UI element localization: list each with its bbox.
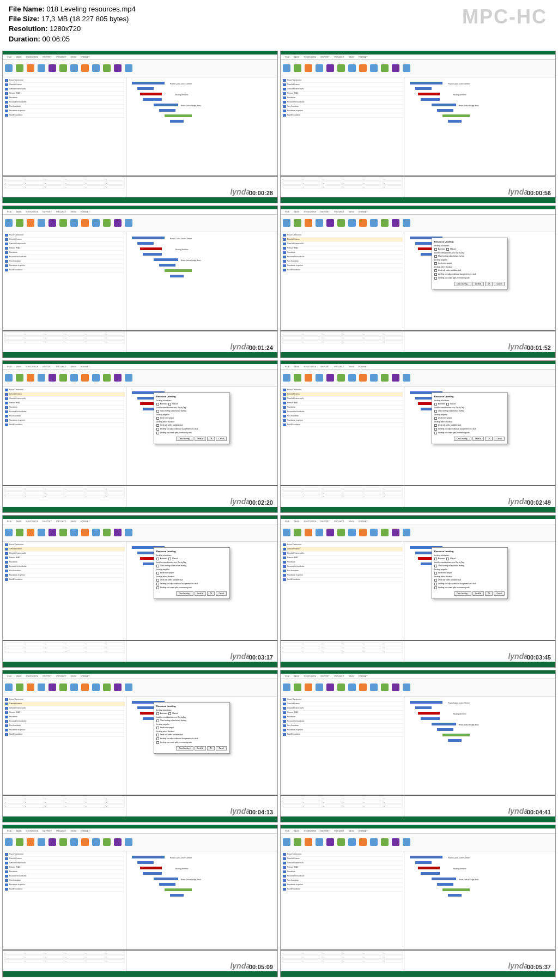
video-thumbnail[interactable]: FILETASKRESOURCEREPORTPROJECTVIEWFORMATH… bbox=[280, 515, 556, 668]
watermark: lynda bbox=[230, 497, 250, 506]
file-size-value: 17,3 MB (18 227 805 bytes) bbox=[41, 15, 129, 23]
watermark: lynda bbox=[230, 807, 250, 815]
timestamp: 00:01:24 bbox=[249, 344, 273, 351]
timestamp: 00:05:09 bbox=[249, 964, 273, 970]
video-thumbnail[interactable]: FILETASKRESOURCEREPORTPROJECTVIEWFORMATH… bbox=[2, 825, 278, 977]
timestamp: 00:01:52 bbox=[527, 344, 551, 351]
video-thumbnail[interactable]: FILETASKRESOURCEREPORTPROJECTVIEWFORMATH… bbox=[2, 205, 278, 358]
thumbnail-grid: FILETASKRESOURCEREPORTPROJECTVIEWFORMATH… bbox=[0, 49, 558, 979]
timestamp: 00:02:49 bbox=[527, 499, 551, 506]
timestamp: 00:02:20 bbox=[249, 499, 273, 506]
video-thumbnail[interactable]: FILETASKRESOURCEREPORTPROJECTVIEWFORMATH… bbox=[280, 205, 556, 358]
video-thumbnail[interactable]: FILETASKRESOURCEREPORTPROJECTVIEWFORMATH… bbox=[280, 825, 556, 977]
watermark: lynda bbox=[508, 652, 528, 661]
watermark: lynda bbox=[230, 652, 250, 661]
resolution-label: Resolution: bbox=[9, 25, 48, 33]
watermark: lynda bbox=[230, 342, 250, 351]
watermark: lynda bbox=[508, 187, 528, 196]
file-name-value: 018 Leveling resources.mp4 bbox=[46, 5, 135, 13]
duration-value: 00:06:05 bbox=[42, 35, 70, 43]
video-thumbnail[interactable]: FILETASKRESOURCEREPORTPROJECTVIEWFORMATH… bbox=[2, 670, 278, 822]
watermark: lynda bbox=[508, 961, 528, 970]
video-thumbnail[interactable]: FILETASKRESOURCEREPORTPROJECTVIEWFORMATH… bbox=[2, 360, 278, 513]
timestamp: 00:03:17 bbox=[249, 654, 273, 661]
file-name-label: File Name: bbox=[9, 5, 45, 13]
timestamp: 00:05:37 bbox=[527, 964, 551, 970]
video-thumbnail[interactable]: FILETASKRESOURCEREPORTPROJECTVIEWFORMATH… bbox=[2, 515, 278, 668]
resolution-value: 1280x720 bbox=[50, 25, 81, 33]
timestamp: 00:00:56 bbox=[527, 190, 551, 196]
duration-label: Duration: bbox=[9, 35, 40, 43]
video-thumbnail[interactable]: FILETASKRESOURCEREPORTPROJECTVIEWFORMATH… bbox=[280, 670, 556, 822]
video-thumbnail[interactable]: FILETASKRESOURCEREPORTPROJECTVIEWFORMATH… bbox=[280, 51, 556, 203]
timestamp: 00:04:41 bbox=[527, 809, 551, 815]
file-size-label: File Size: bbox=[9, 15, 39, 23]
watermark: lynda bbox=[508, 497, 528, 506]
watermark: lynda bbox=[230, 961, 250, 970]
watermark: lynda bbox=[230, 187, 250, 196]
watermark: lynda bbox=[508, 342, 528, 351]
player-logo: MPC-HC bbox=[462, 5, 547, 28]
timestamp: 00:03:45 bbox=[527, 654, 551, 661]
file-info-header: File Name: 018 Leveling resources.mp4 Fi… bbox=[0, 0, 558, 49]
watermark: lynda bbox=[508, 807, 528, 815]
video-thumbnail[interactable]: FILETASKRESOURCEREPORTPROJECTVIEWFORMATH… bbox=[280, 360, 556, 513]
timestamp: 00:00:28 bbox=[249, 190, 273, 196]
video-thumbnail[interactable]: FILETASKRESOURCEREPORTPROJECTVIEWFORMATH… bbox=[2, 51, 278, 203]
timestamp: 00:04:13 bbox=[249, 809, 273, 815]
